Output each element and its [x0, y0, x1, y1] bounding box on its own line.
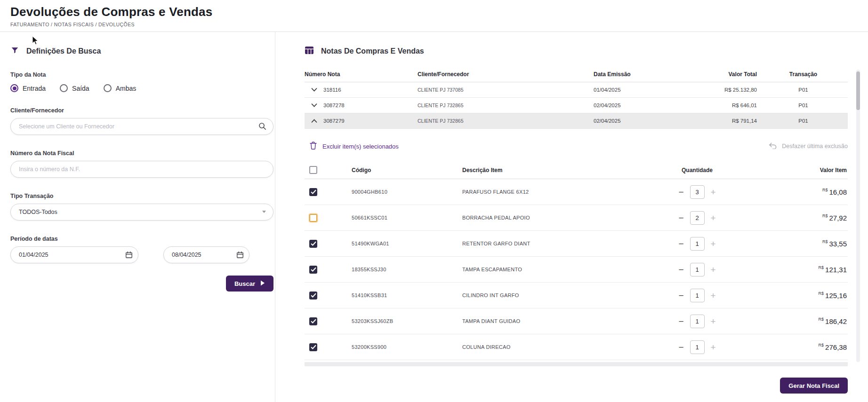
note-transacao: P01 — [759, 87, 848, 93]
notes-rows: 318116 CLIENTE PJ 737085 01/04/2025 R$ 2… — [305, 82, 848, 129]
item-row: 53200KSS900 COLUNA DIRECAO − + R$276,38 — [305, 334, 848, 360]
item-codigo: 50661KSSC01 — [352, 215, 462, 221]
item-descricao: TAMPA DIANT GUIDAO — [462, 318, 641, 324]
quantity-input[interactable] — [690, 263, 705, 276]
item-checkbox[interactable] — [309, 240, 317, 248]
item-checkbox[interactable] — [309, 343, 317, 351]
quantity-input[interactable] — [690, 340, 705, 354]
notes-panel: Notas De Compras E Vendas Número Nota Cl… — [275, 32, 868, 402]
note-row[interactable]: 318116 CLIENTE PJ 737085 01/04/2025 R$ 2… — [305, 82, 848, 98]
cliente-fornecedor-input[interactable] — [10, 118, 273, 135]
radio-saída[interactable]: Saída — [60, 84, 89, 92]
item-codigo: 53203KSSJ60ZB — [352, 318, 462, 324]
select-all-checkbox[interactable] — [309, 166, 317, 174]
quantity-increase-button[interactable]: + — [711, 213, 716, 222]
item-valor: R$33,55 — [754, 239, 848, 248]
note-valor-total: R$ 791,14 — [676, 118, 759, 124]
currency-label: R$ — [822, 213, 828, 218]
quantity-decrease-button[interactable]: − — [678, 188, 683, 197]
breadcrumb[interactable]: FATURAMENTO / NOTAS FISCAIS / DEVOLUÇÕES — [10, 22, 868, 27]
column-quantidade: Quantidade — [641, 167, 754, 173]
tipo-nota-label: Tipo da Nota — [10, 71, 273, 78]
notes-table-header: Número Nota Cliente/Fornecedor Data Emis… — [305, 69, 848, 82]
item-checkbox[interactable] — [309, 266, 317, 274]
quantity-input[interactable] — [690, 315, 705, 328]
desfazer-exclusao-button[interactable]: Desfazer última exclusão — [769, 142, 848, 150]
date-start-input[interactable] — [10, 246, 138, 263]
quantity-increase-button[interactable]: + — [711, 239, 716, 248]
items-table-header: Código Descrição Item Quantidade Valor I… — [305, 163, 848, 179]
tipo-transacao-value: TODOS-Todos — [19, 209, 57, 215]
buscar-button[interactable]: Buscar — [226, 276, 273, 292]
quantity-decrease-button[interactable]: − — [678, 343, 683, 352]
currency-label: R$ — [819, 265, 824, 270]
calendar-icon[interactable] — [125, 251, 133, 260]
excluir-itens-button[interactable]: Excluir item(s) selecionados — [310, 142, 399, 151]
item-checkbox[interactable] — [309, 214, 317, 222]
chevron-down-icon[interactable] — [305, 103, 323, 107]
quantity-input[interactable] — [690, 289, 705, 302]
search-icon[interactable] — [258, 122, 266, 132]
currency-label: R$ — [819, 317, 824, 322]
periodo-label: Período de datas — [10, 236, 273, 242]
quantity-decrease-button[interactable]: − — [678, 291, 683, 300]
tipo-transacao-label: Tipo Transação — [10, 193, 273, 199]
item-checkbox[interactable] — [309, 188, 317, 196]
quantity-input[interactable] — [690, 237, 705, 251]
quantity-increase-button[interactable]: + — [711, 265, 716, 274]
note-data-emissao: 02/04/2025 — [594, 118, 676, 124]
chevron-up-icon[interactable] — [305, 119, 323, 123]
filter-icon — [10, 46, 19, 56]
gerar-nota-fiscal-button[interactable]: Gerar Nota Fiscal — [780, 378, 848, 394]
excluir-label: Excluir item(s) selecionados — [322, 143, 399, 150]
play-icon — [260, 280, 265, 287]
items-toolbar: Excluir item(s) selecionados Desfazer úl… — [305, 142, 848, 151]
quantity-increase-button[interactable]: + — [711, 188, 716, 197]
radio-ambas[interactable]: Ambas — [104, 84, 137, 92]
quantity-increase-button[interactable]: + — [711, 291, 716, 300]
chevron-down-icon[interactable] — [305, 88, 323, 92]
quantity-decrease-button[interactable]: − — [678, 239, 683, 248]
quantity-decrease-button[interactable]: − — [678, 265, 683, 274]
radio-label: Ambas — [116, 85, 137, 92]
item-valor: R$186,42 — [754, 317, 848, 326]
quantity-increase-button[interactable]: + — [711, 317, 716, 326]
note-data-emissao: 02/04/2025 — [594, 102, 676, 108]
quantity-increase-button[interactable]: + — [711, 343, 716, 352]
trash-icon — [310, 142, 317, 151]
tipo-transacao-select[interactable]: TODOS-Todos — [10, 204, 273, 221]
quantity-decrease-button[interactable]: − — [678, 213, 683, 222]
tipo-nota-radio-group: Entrada Saída Ambas — [10, 84, 273, 92]
note-row[interactable]: 3087278 CLIENTE PJ 732865 02/04/2025 R$ … — [305, 98, 848, 113]
note-cliente: CLIENTE PJ 732865 — [418, 118, 594, 124]
scrollbar-thumb[interactable] — [856, 71, 860, 110]
item-descricao: BORRACHA PEDAL APOIO — [462, 215, 641, 221]
calendar-icon[interactable] — [236, 251, 244, 260]
column-numero-nota: Número Nota — [305, 71, 418, 78]
quantity-input[interactable] — [690, 185, 705, 199]
quantity-input[interactable] — [690, 211, 705, 225]
radio-entrada[interactable]: Entrada — [10, 84, 46, 92]
item-checkbox[interactable] — [309, 292, 317, 300]
note-data-emissao: 01/04/2025 — [594, 87, 676, 93]
numero-nf-input[interactable] — [10, 161, 273, 178]
quantity-stepper: − + — [641, 340, 754, 354]
item-codigo: 18355KSSJ30 — [352, 267, 462, 272]
radio-label: Saída — [72, 85, 89, 92]
item-descricao: RETENTOR GARFO DIANT — [462, 241, 641, 246]
quantity-stepper: − + — [641, 185, 754, 199]
currency-label: R$ — [819, 291, 824, 296]
quantity-decrease-button[interactable]: − — [678, 317, 683, 326]
item-checkbox[interactable] — [309, 317, 317, 325]
item-row: 90004GHB610 PARAFUSO FLANGE 6X12 − + R$1… — [305, 179, 848, 205]
radio-circle-icon — [10, 84, 18, 92]
quantity-stepper: − + — [641, 263, 754, 276]
scrollbar-track[interactable] — [856, 70, 860, 362]
column-data-emissao: Data Emissão — [594, 71, 676, 78]
item-valor: R$276,38 — [754, 343, 848, 352]
gerar-label: Gerar Nota Fiscal — [788, 382, 839, 389]
note-row[interactable]: 3087279 CLIENTE PJ 732865 02/04/2025 R$ … — [305, 113, 848, 129]
column-valor-item: Valor Item — [754, 167, 848, 173]
page-title: Devoluções de Compras e Vendas — [10, 5, 868, 19]
quantity-stepper: − + — [641, 315, 754, 328]
